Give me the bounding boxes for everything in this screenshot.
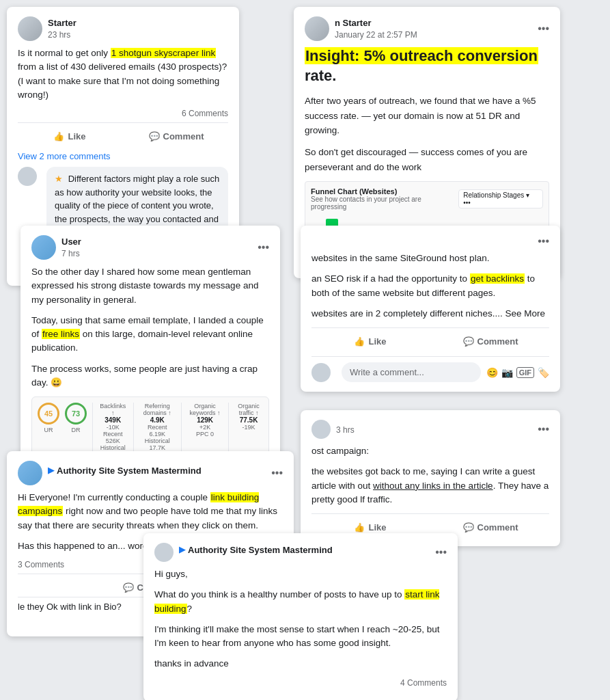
avatar	[305, 16, 329, 41]
arrow-icon: ▶	[179, 545, 185, 554]
referring-sub2: Historical 17.7K	[139, 438, 176, 451]
funnel-subtitle: See how contacts in your project are pro…	[311, 196, 458, 211]
metric-backlinks: Backlinks ↑ 349K -10K Recent 526K Histor…	[98, 403, 128, 458]
timestamp: 7 hrs	[61, 249, 80, 258]
post-text3: I'm thinking it'll make the most sense t…	[154, 623, 447, 651]
comment-count: 6 Comments	[18, 109, 228, 118]
timestamp: January 22 at 2:57 PM	[335, 30, 417, 40]
free-links-highlight: free links	[42, 329, 80, 339]
post-body1: So the other day I shared how some mean …	[31, 265, 269, 307]
group-tag: ▶ Authority Site System Mastermind	[179, 545, 333, 555]
organic-traffic-change: -19K	[242, 424, 255, 431]
insight-title: Insight: 5% outreach conversion rate.	[305, 46, 549, 85]
comment-input-area: Write a comment... 😊 📷 GIF 🏷️	[311, 356, 549, 382]
insight-highlight: Insight: 5% outreach conversion	[305, 47, 538, 64]
group-tag: ▶ Authority Site System Mastermind	[48, 466, 202, 476]
like-question: le they Ok with link in Bio?	[18, 602, 122, 612]
backlinks-change: -10K	[107, 424, 120, 431]
more-options-icon[interactable]: •••	[271, 467, 283, 479]
more-options-icon[interactable]: •••	[258, 241, 269, 254]
comment-icon: 💬	[149, 131, 160, 142]
post-text4: thanks in advance	[154, 657, 447, 671]
post-body: Is it normal to get only 1 shotgun skysc…	[18, 46, 228, 102]
post-body3: websites are in 2 completely different n…	[311, 307, 549, 321]
funnel-chart-header: Funnel Chart (Websites) See how contacts…	[311, 187, 543, 211]
organic-kw-change: +2K	[199, 424, 210, 431]
ur-circle: 45	[38, 403, 59, 425]
metric-referring: Referring domains ↑ 4.9K Recent 6.19K Hi…	[139, 403, 176, 458]
avatar	[31, 235, 56, 260]
like-button[interactable]: 👍 Like	[311, 332, 429, 351]
backlinks-value: 349K	[105, 416, 121, 424]
ur-label: UR	[44, 427, 53, 433]
emoji-toolbar: 😊 📷 GIF 🏷️	[486, 367, 549, 378]
referring-sub1: Recent 6.19K	[139, 424, 176, 438]
view-comments-link[interactable]: View 2 more comments	[18, 151, 228, 161]
card2-header: n Starter January 22 at 2:57 PM •••	[305, 16, 549, 41]
commenter-avatar	[311, 363, 331, 382]
more-options-icon[interactable]: •••	[538, 423, 549, 435]
avatar	[311, 420, 331, 439]
timestamp: 3 hrs	[336, 425, 355, 435]
more-options-icon[interactable]: •••	[538, 235, 549, 247]
metric-organic-kw: Organic keywords ↑ 129K +2K PPC 0	[187, 403, 223, 458]
backlinks-label: Backlinks ↑	[98, 403, 128, 416]
card5-header: ▶ Authority Site System Mastermind •••	[18, 461, 283, 485]
action-bar: 👍 Like 💬 Comment	[18, 122, 228, 146]
funnel-dropdown[interactable]: Relationship Stages ▾ •••	[458, 189, 543, 208]
post-body1: Hi Everyone! I'm currently conducting a …	[18, 491, 283, 533]
avatar	[18, 461, 42, 485]
metric-divider	[92, 403, 93, 458]
metric-ur: 45 UR	[38, 403, 59, 458]
card1-header: Starter 23 hrs	[18, 16, 228, 41]
comment-button[interactable]: 💬 Comment	[432, 332, 549, 351]
username: Starter	[48, 18, 77, 28]
dr-label: DR	[72, 427, 81, 433]
metric-divider3	[181, 403, 182, 458]
arrow-icon: ▶	[48, 466, 54, 475]
comment-count: 4 Comments	[154, 678, 447, 688]
metric-divider2	[133, 403, 134, 458]
dr-circle: 73	[65, 403, 87, 425]
username: n Starter	[335, 18, 417, 28]
comment-button[interactable]: 💬 Comment	[124, 127, 228, 146]
post-body2: an SEO risk if a had the opportunity to …	[311, 272, 549, 300]
post-body3: The process works, some people are just …	[31, 362, 269, 390]
like-button[interactable]: 👍 Like	[18, 127, 122, 146]
organic-kw-value: 129K	[197, 416, 213, 424]
referring-value: 4.9K	[150, 416, 165, 424]
get-backlinks-highlight: get backlinks	[470, 273, 525, 284]
comment-icon: 💬	[463, 336, 474, 347]
group-name: Authority Site System Mastermind	[57, 466, 202, 476]
post-body1: ost campaign:	[311, 444, 549, 458]
card6-header: ▶ Authority Site System Mastermind •••	[154, 543, 447, 562]
group-name: Authority Site System Mastermind	[188, 545, 333, 555]
gif-icon[interactable]: GIF	[516, 367, 534, 378]
emoji-icon[interactable]: 😊	[486, 367, 498, 378]
like-icon: 👍	[354, 336, 365, 347]
more-options-icon[interactable]: •••	[435, 546, 447, 558]
timestamp: 23 hrs	[48, 30, 70, 40]
avatar	[18, 16, 42, 41]
comment-input[interactable]: Write a comment...	[342, 362, 481, 382]
sticker-icon[interactable]: 🏷️	[538, 367, 549, 378]
post-card-7: 3 hrs ••• ost campaign: the websites got…	[301, 410, 560, 546]
card7-header: 3 hrs •••	[311, 420, 549, 439]
organic-traffic-label: Organic traffic ↑	[234, 403, 263, 416]
post-body1: websites in the same SiteGround host pla…	[311, 252, 549, 265]
comment-icon: 💬	[123, 582, 134, 593]
star-icon: ★	[55, 174, 63, 184]
post-card-6: ▶ Authority Site System Mastermind ••• H…	[143, 533, 458, 700]
commenter-avatar	[18, 167, 37, 186]
insight-body1: After two years of outreach, we found th…	[305, 94, 549, 138]
metric-organic-traffic: Organic traffic ↑ 77.5K -19K	[234, 403, 263, 458]
post-body2: Today, using that same email template, I…	[31, 314, 269, 355]
camera-icon[interactable]: 📷	[501, 367, 513, 378]
ur-value: 45	[44, 409, 53, 418]
organic-kw-sub: PPC 0	[196, 431, 214, 438]
dr-value: 73	[72, 409, 80, 418]
like-icon: 👍	[354, 522, 365, 533]
more-options-icon[interactable]: •••	[538, 23, 549, 35]
no-links-highlight: without any links in the article	[373, 481, 493, 491]
username: User	[61, 237, 81, 247]
